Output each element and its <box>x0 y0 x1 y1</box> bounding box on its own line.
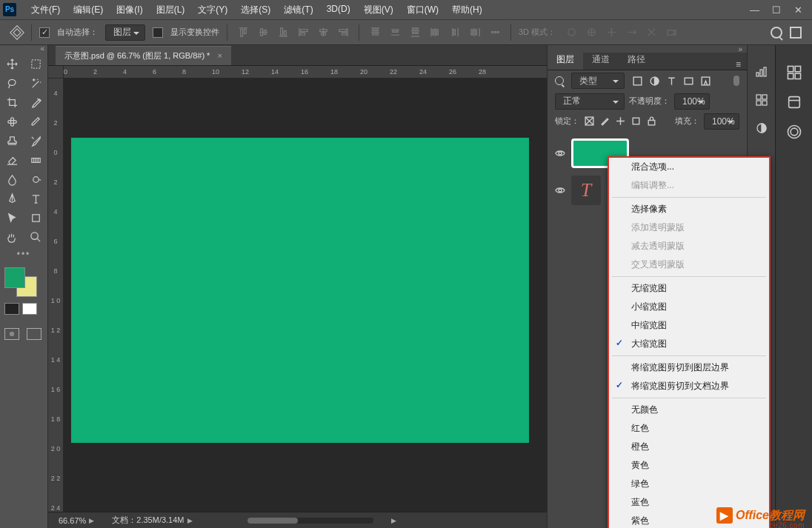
context-item[interactable]: 绿色 <box>609 475 769 493</box>
distribute-left-icon[interactable] <box>427 24 443 41</box>
distribute-vcenter-icon[interactable] <box>387 24 403 41</box>
smart-filter-icon[interactable] <box>700 76 711 87</box>
menu-layer[interactable]: 图层(L) <box>152 1 190 19</box>
libraries-icon[interactable] <box>786 94 802 110</box>
pan-icon[interactable] <box>603 24 619 41</box>
shape-filter-icon[interactable] <box>683 76 694 87</box>
channels-tab[interactable]: 通道 <box>583 50 619 70</box>
context-item[interactable]: 无缩览图 <box>609 279 769 298</box>
visibility-toggle[interactable] <box>555 149 565 158</box>
zoom-readout[interactable]: 66.67%▶ <box>59 516 94 525</box>
distribute-hcenter-icon[interactable] <box>447 24 463 41</box>
default-colors-icon[interactable] <box>4 303 19 315</box>
minimize-icon[interactable]: — <box>750 5 759 14</box>
align-right-icon[interactable] <box>335 24 351 41</box>
fill-input[interactable]: 100% <box>704 113 739 130</box>
blend-mode-dropdown[interactable]: 正常 <box>555 93 625 110</box>
align-top-icon[interactable] <box>235 24 251 41</box>
menu-3d[interactable]: 3D(D) <box>322 1 355 19</box>
ruler-origin[interactable] <box>48 66 64 78</box>
context-item[interactable]: ✓将缩览图剪切到文档边界 <box>609 377 769 395</box>
marquee-tool[interactable] <box>24 54 47 73</box>
doc-size-readout[interactable]: 文档：2.35M/3.14M▶ <box>112 515 192 526</box>
context-item[interactable]: 黄色 <box>609 456 769 475</box>
align-hcenter-icon[interactable] <box>315 24 331 41</box>
search-small-icon[interactable] <box>555 76 564 85</box>
auto-select-checkbox[interactable]: ✓ <box>39 27 50 38</box>
pen-tool[interactable] <box>0 189 24 208</box>
zoom3d-icon[interactable] <box>643 24 659 41</box>
lock-position-icon[interactable] <box>615 116 626 127</box>
dodge-tool[interactable] <box>24 170 47 189</box>
edit-toolbar-icon[interactable]: ••• <box>0 247 47 261</box>
crop-tool[interactable] <box>0 93 24 112</box>
chevron-right-icon[interactable]: ▶ <box>391 517 396 524</box>
lock-brush-icon[interactable] <box>599 116 610 127</box>
context-item[interactable]: 将缩览图剪切到图层边界 <box>609 358 769 377</box>
align-bottom-icon[interactable] <box>275 24 291 41</box>
lock-all-icon[interactable] <box>646 116 657 127</box>
menu-file[interactable]: 文件(F) <box>27 1 64 19</box>
distribute-top-icon[interactable] <box>367 24 383 41</box>
shape-tool[interactable] <box>24 208 47 227</box>
context-item[interactable]: 混合选项... <box>609 158 769 176</box>
more-icon[interactable] <box>487 24 503 41</box>
paths-tab[interactable]: 路径 <box>619 50 654 70</box>
ruler-horizontal[interactable]: 0246810121416182022242628 <box>64 66 547 78</box>
document-tab[interactable]: 示意图.psd @ 66.7% (图层 1, RGB/8#) * × <box>56 46 231 65</box>
menu-help[interactable]: 帮助(H) <box>447 1 487 19</box>
menu-filter[interactable]: 滤镜(T) <box>279 1 317 19</box>
properties-icon[interactable] <box>786 64 802 81</box>
visibility-toggle[interactable] <box>555 186 565 195</box>
show-transform-checkbox[interactable] <box>153 27 163 38</box>
swap-colors-icon[interactable] <box>22 303 37 315</box>
foreground-color[interactable] <box>4 267 25 288</box>
gradient-tool[interactable] <box>24 150 47 170</box>
menu-view[interactable]: 视图(V) <box>359 1 398 19</box>
stamp-tool[interactable] <box>0 131 24 150</box>
zoom-tool[interactable] <box>24 227 47 247</box>
histogram-icon[interactable] <box>754 64 769 79</box>
blur-tool[interactable] <box>0 170 24 189</box>
menu-window[interactable]: 窗口(W) <box>402 1 443 19</box>
filter-toggle[interactable] <box>733 76 739 86</box>
auto-select-type-dropdown[interactable]: 图层 <box>105 24 145 41</box>
maximize-icon[interactable]: ☐ <box>772 5 781 14</box>
history-brush-tool[interactable] <box>24 131 47 150</box>
hand-tool[interactable] <box>0 227 24 247</box>
status-slider[interactable] <box>247 518 373 524</box>
close-tab-icon[interactable]: × <box>217 51 222 60</box>
layer-kind-dropdown[interactable]: 类型 <box>571 73 625 89</box>
adjustments-icon[interactable] <box>754 121 769 136</box>
move-tool[interactable] <box>0 54 24 73</box>
cc-icon[interactable] <box>786 124 802 140</box>
distribute-bottom-icon[interactable] <box>407 24 423 41</box>
menu-type[interactable]: 文字(Y) <box>193 1 232 19</box>
camera-icon[interactable] <box>663 24 679 41</box>
context-item[interactable]: 红色 <box>609 419 769 438</box>
context-item[interactable]: 无颜色 <box>609 401 769 419</box>
context-item[interactable]: 中缩览图 <box>609 316 769 335</box>
slide-icon[interactable] <box>623 24 639 41</box>
context-item[interactable]: ✓大缩览图 <box>609 335 769 353</box>
canvas-viewport[interactable]: 0246810121416182022242628 42024681 01 21… <box>48 66 547 512</box>
menu-image[interactable]: 图像(I) <box>112 1 147 19</box>
path-select-tool[interactable] <box>0 208 24 227</box>
type-layer-thumbnail[interactable]: T <box>571 176 601 205</box>
pixel-filter-icon[interactable] <box>632 76 643 87</box>
distribute-right-icon[interactable] <box>467 24 483 41</box>
lock-pixels-icon[interactable] <box>584 116 595 127</box>
type-filter-icon[interactable] <box>666 76 677 87</box>
screenmode-icon[interactable] <box>27 328 41 340</box>
quickmask-icon[interactable] <box>4 328 19 340</box>
eraser-tool[interactable] <box>0 150 24 170</box>
menu-select[interactable]: 选择(S) <box>236 1 275 19</box>
ruler-vertical[interactable]: 42024681 01 21 41 61 82 02 22 4 <box>48 78 64 512</box>
panel-menu-icon[interactable]: ≡ <box>730 59 747 70</box>
wand-tool[interactable] <box>24 73 47 93</box>
heal-tool[interactable] <box>0 112 24 131</box>
close-icon[interactable]: ✕ <box>794 5 803 14</box>
type-tool[interactable] <box>24 189 47 208</box>
opacity-input[interactable]: 100% <box>674 93 710 110</box>
collapse-icon[interactable]: « <box>0 45 47 54</box>
